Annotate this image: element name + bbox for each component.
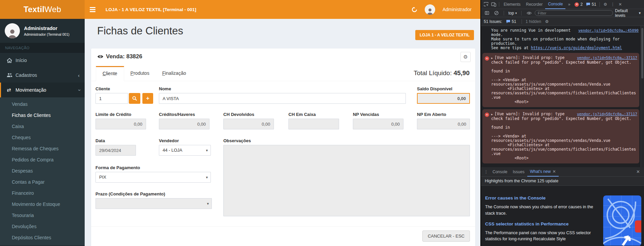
console-error-message[interactable]: ✕ vendor.js?id=50cfc0a…:37117▶[Vue warn]…: [482, 109, 639, 163]
hidden-messages-label: 1 hidden: [526, 19, 541, 24]
console-source-link[interactable]: vendor.js?id=50cfc0a…:37117: [577, 56, 637, 60]
add-client-button[interactable]: +: [142, 93, 153, 104]
submenu-item-fichas-de-clientes[interactable]: Fichas de Clientes: [0, 110, 85, 121]
observacoes-label: Observações: [223, 138, 251, 143]
sidebar-item-label: Cadastros: [16, 72, 37, 78]
sidebar-user-panel: Administrador Administrador (Terminal 00…: [0, 19, 85, 43]
more-tabs-icon[interactable]: »: [565, 2, 573, 7]
topbar-username[interactable]: Administrador: [443, 7, 472, 12]
whats-new-content: Error causes in the Console The Console …: [481, 186, 644, 246]
console-error-message[interactable]: ✕ vendor.js?id=50cfc0a…:37117▶[Vue warn]…: [482, 53, 639, 107]
submenu-item-pedidos-de-compra[interactable]: Pedidos de Compra: [0, 154, 85, 165]
submenu-item-remessa-de-cheques[interactable]: Remessa de Cheques: [0, 143, 85, 154]
submenu-item-caixa[interactable]: Caixa: [0, 121, 85, 132]
forma-pagamento-select[interactable]: PIX▾: [95, 172, 211, 183]
search-client-button[interactable]: [129, 93, 140, 104]
tab-close-icon[interactable]: ✕: [553, 169, 556, 174]
issues-settings-gear-icon[interactable]: ⚙: [543, 19, 551, 24]
sidebar-item-inicio[interactable]: Início: [0, 53, 85, 68]
sidebar-item-cadastros[interactable]: Cadastros ‹: [0, 68, 85, 83]
inspect-element-icon[interactable]: [482, 2, 490, 7]
sidebar-section-header: NAVEGAÇÃO: [0, 43, 85, 53]
vendedor-select[interactable]: 44 - LOJA▾: [159, 145, 211, 156]
submenu-item-despesas[interactable]: Despesas: [0, 165, 85, 177]
console-scrollbar-thumb[interactable]: [641, 28, 643, 79]
refresh-icon[interactable]: [412, 7, 417, 12]
devtools-close-icon[interactable]: ✕: [616, 2, 624, 7]
page-title: Fichas de Clientes: [97, 25, 183, 37]
submenu-item-cheques[interactable]: Cheques: [0, 132, 85, 143]
clear-console-icon[interactable]: [493, 11, 500, 15]
message-bubble-icon: [586, 2, 590, 6]
drawer-close-icon[interactable]: ✕: [636, 169, 643, 174]
caret-down-icon: ▼: [638, 11, 641, 15]
issues-bubble-icon: [506, 20, 510, 24]
vuejs-tips-link[interactable]: https://vuejs.org/guide/deployment.html: [531, 45, 622, 50]
sidebar-user-role: Administrador (Terminal 001): [24, 32, 69, 36]
movimentacao-submenu: Vendas Fichas de Clientes Caixa Cheques …: [0, 97, 85, 245]
expand-arrow-icon[interactable]: ▶: [491, 113, 493, 116]
sidebar-user-name: Administrador: [24, 26, 69, 31]
tab-finalizacao[interactable]: Finalização: [156, 66, 193, 81]
prazo-label: Prazo (Condições de Pagamento): [95, 191, 165, 196]
context-selector[interactable]: top▾: [508, 11, 517, 16]
console-source-link[interactable]: vendor.js?id=50cfc0a…:45090: [578, 28, 639, 33]
whats-new-header: Highlights from the Chrome 125 update: [481, 177, 644, 186]
tab-cliente[interactable]: Cliente: [96, 66, 124, 81]
devtools-drawer: ⋮ Console Issues What's new ✕ ✕ Highligh…: [481, 167, 644, 246]
submenu-item-contas-a-pagar[interactable]: Contas a Pagar: [0, 177, 85, 188]
textilweb-app: TextilWeb LOJA - 1 A VELOZ TEXTIL [Termi…: [0, 0, 480, 246]
console-scrollbar: [641, 26, 644, 167]
console-messages: vendor.js?id=50cfc0a…:45090You are runni…: [481, 26, 644, 167]
venda-card: Venda: 83826 ⚙ Cliente Produtos Finaliza…: [91, 49, 475, 246]
chevron-down-icon: ‹: [76, 89, 82, 91]
eye-icon: [97, 54, 104, 59]
submenu-item-vendas[interactable]: Vendas: [0, 99, 85, 110]
expand-arrow-icon[interactable]: ▶: [491, 57, 493, 60]
devtools-tab-console[interactable]: Console: [545, 0, 565, 9]
sidebar-item-movimentacao[interactable]: ⇄ Movimentação ‹: [0, 83, 85, 97]
hamburger-menu-icon[interactable]: [85, 0, 100, 19]
message-count-badge[interactable]: 51: [586, 2, 596, 7]
user-avatar[interactable]: [425, 4, 435, 15]
drawer-tab-whats-new[interactable]: What's new ✕: [527, 167, 559, 177]
cliente-input[interactable]: [95, 93, 128, 104]
card-title: Venda: 83826: [97, 53, 142, 60]
error-icon: ✕: [485, 56, 489, 61]
submenu-item-movimento-de-estoque[interactable]: Movimento de Estoque: [0, 199, 85, 210]
submenu-item-tesouraria[interactable]: Tesouraria: [0, 210, 85, 221]
drawer-tabbar: ⋮ Console Issues What's new ✕ ✕: [481, 167, 644, 177]
error-count-badge[interactable]: ✕ 2: [575, 2, 583, 7]
console-filter-input[interactable]: [535, 10, 613, 16]
users-icon: [7, 73, 16, 78]
ch-devolvidos-input: [223, 119, 274, 129]
devtools-settings-gear-icon[interactable]: ⚙: [601, 2, 609, 7]
cancel-button[interactable]: CANCELAR - ESC: [422, 230, 470, 242]
drawer-kebab-menu-icon[interactable]: ⋮: [482, 170, 490, 174]
console-source-link[interactable]: vendor.js?id=50cfc0a…:37117: [577, 112, 637, 116]
log-levels-dropdown[interactable]: Default levels▼: [615, 8, 642, 18]
np-vencidas-input: [353, 119, 403, 129]
nome-label: Nome: [159, 86, 171, 91]
submenu-item-financeiro[interactable]: Financeiro: [0, 188, 85, 199]
drawer-tab-console[interactable]: Console: [490, 167, 510, 176]
issues-badge[interactable]: 51: [506, 19, 516, 24]
devtools-tab-recorder[interactable]: Recorder: [523, 0, 545, 9]
card-settings-gear-icon[interactable]: ⚙: [460, 52, 471, 62]
drawer-tab-issues[interactable]: Issues: [510, 167, 527, 176]
np-em-aberto-input: [417, 119, 470, 129]
store-button[interactable]: LOJA 1 - A VELOZ TEXTIL: [415, 30, 474, 40]
devtools-tab-elements[interactable]: Elements: [501, 0, 523, 9]
devtools-kebab-menu-icon[interactable]: ⋮: [609, 2, 616, 7]
sidebar: Administrador Administrador (Terminal 00…: [0, 19, 85, 246]
submenu-item-devolucoes[interactable]: Devoluções: [0, 221, 85, 232]
live-expression-eye-icon[interactable]: [525, 11, 533, 15]
issues-count-label: 51 Issues:: [484, 19, 502, 24]
saldo-disponivel-label: Saldo Disponível: [417, 86, 452, 91]
tab-produtos[interactable]: Produtos: [124, 66, 156, 81]
submenu-item-depositos-clientes[interactable]: Depósitos Clientes: [0, 232, 85, 243]
nome-input[interactable]: [159, 93, 406, 104]
devtools-tabbar: Elements Recorder Console » ✕ 2 51 ⚙ ⋮ ✕: [481, 0, 644, 9]
device-toolbar-icon[interactable]: [490, 2, 497, 7]
console-sidebar-toggle-icon[interactable]: [483, 11, 491, 15]
